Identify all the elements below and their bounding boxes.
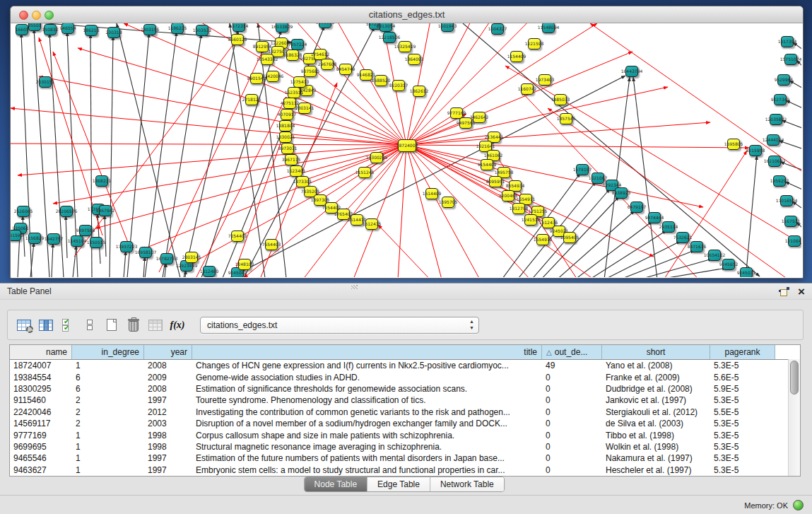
network-window-titlebar[interactable]: citations_edges.txt	[11, 6, 803, 23]
network-node[interactable]: 7857224	[291, 39, 304, 50]
table-row[interactable]: 2242004622012Investigating the contribut…	[10, 407, 800, 418]
network-node[interactable]: 8938923	[615, 187, 628, 199]
network-node[interactable]: 9146821	[360, 69, 372, 81]
network-node[interactable]: 7254403	[231, 230, 244, 242]
column-header-pagerank[interactable]: pagerank	[710, 345, 775, 359]
table-row[interactable]: 1456911722003Disruption of a novel membe…	[10, 418, 800, 429]
network-node[interactable]: 1160742	[521, 83, 534, 95]
network-node[interactable]: 8471676	[690, 241, 703, 252]
table-row[interactable]: 1830029562008Estimation of significance …	[10, 383, 800, 395]
network-node[interactable]: 1868231	[95, 175, 108, 187]
network-node[interactable]: 4070917	[281, 109, 293, 120]
network-node[interactable]: 8215958	[749, 145, 762, 156]
network-node[interactable]: 7632621	[676, 232, 689, 243]
network-node[interactable]: 9529966	[777, 74, 790, 86]
tab-edge-table[interactable]: Edge Table	[367, 477, 430, 491]
table-row[interactable]: 946362711997Embryonic stem cells: a mode…	[10, 465, 800, 476]
network-node[interactable]: 1350515	[90, 237, 102, 248]
network-node[interactable]: 1654972	[536, 234, 549, 245]
network-node[interactable]: 150832	[44, 24, 57, 35]
network-node[interactable]: 9245031	[740, 267, 753, 277]
network-node[interactable]: 1812798	[512, 203, 525, 214]
network-node[interactable]: 8095951	[489, 176, 502, 187]
network-node[interactable]: 1601943	[441, 23, 454, 32]
network-node[interactable]: 16543382	[261, 54, 273, 65]
network-node[interactable]: 1588520	[375, 75, 387, 86]
network-node[interactable]: 9245652	[722, 259, 735, 270]
close-panel-icon[interactable]: ×	[798, 287, 805, 296]
network-node[interactable]: 9591306	[319, 23, 331, 28]
network-node[interactable]: 6479197	[630, 201, 643, 213]
network-node[interactable]: 9397588	[79, 225, 92, 236]
select-rows-button[interactable]	[59, 316, 77, 334]
network-node[interactable]: 1830021	[279, 132, 292, 143]
network-node[interactable]: 1973403	[539, 74, 551, 86]
network-node[interactable]: 9474444	[648, 212, 661, 223]
network-node[interactable]: 1857546	[560, 113, 572, 124]
network-node[interactable]: 1765403	[337, 209, 350, 220]
network-node[interactable]: 16443794	[625, 66, 638, 77]
network-node[interactable]: 230318	[107, 27, 120, 38]
network-node[interactable]: 9154409	[481, 159, 493, 170]
scrollbar-thumb[interactable]	[790, 361, 799, 395]
network-node[interactable]: 1623511	[288, 87, 300, 98]
network-node[interactable]: 2526065	[17, 206, 30, 217]
network-canvas[interactable]: 1660585501150832946554186215230318230315…	[11, 23, 801, 277]
network-node[interactable]: 7462642	[473, 112, 486, 123]
network-node[interactable]: 1812480	[203, 266, 216, 277]
network-node[interactable]: 186215	[85, 25, 98, 36]
network-node[interactable]: 1512435	[365, 218, 378, 230]
network-node[interactable]: 16605	[16, 24, 28, 35]
network-node[interactable]: 1151245	[358, 167, 371, 178]
network-node[interactable]: 1186235	[171, 23, 184, 34]
network-node[interactable]: 1156829	[28, 233, 41, 244]
network-node[interactable]: 16958107	[139, 247, 152, 258]
network-node[interactable]: 1679197	[576, 164, 589, 175]
network-node[interactable]: 8186328	[286, 49, 299, 61]
column-header-name[interactable]: name	[10, 345, 72, 359]
network-node[interactable]: 8220317	[392, 80, 405, 91]
network-node[interactable]: 17957223	[120, 241, 133, 252]
table-row[interactable]: 946554611997Estimation of the future num…	[10, 452, 800, 464]
network-node[interactable]: 391590	[11, 230, 21, 241]
network-node[interactable]: 16782753	[160, 253, 173, 264]
table-row[interactable]: 977716911998Corpus callosum shape and si…	[10, 429, 800, 440]
network-node[interactable]: 9497568	[459, 117, 472, 129]
network-node[interactable]: 16210643	[768, 156, 781, 167]
network-node[interactable]: 12444194	[767, 134, 779, 146]
network-node[interactable]: 4275112	[283, 98, 296, 109]
column-header-short[interactable]: short	[602, 345, 710, 359]
column-header-out_de[interactable]: △out_de...	[542, 345, 602, 359]
create-table-button[interactable]	[102, 316, 121, 334]
table-row[interactable]: 911546021997Tourette syndrome. Phenomeno…	[10, 395, 800, 406]
delete-table-button[interactable]	[124, 316, 143, 334]
tab-network-table[interactable]: Network Table	[430, 477, 504, 491]
network-node[interactable]: 18300295	[370, 152, 383, 163]
network-node[interactable]: 1862612	[413, 86, 425, 97]
import-table-button[interactable]	[146, 316, 165, 334]
network-node[interactable]: 2718126	[245, 94, 258, 105]
vertical-scrollbar[interactable]	[788, 359, 800, 476]
network-node[interactable]: 20206576	[60, 206, 73, 217]
network-node[interactable]: 8973031	[281, 143, 294, 154]
network-node[interactable]: 1003532	[196, 25, 208, 36]
network-node[interactable]: 8454749	[339, 64, 352, 75]
network-node[interactable]: 2967608	[321, 59, 334, 70]
show-columns-button[interactable]	[37, 316, 55, 334]
network-node[interactable]: 12035872	[770, 114, 782, 125]
network-node[interactable]: 1614470	[351, 214, 363, 226]
column-header-in_degree[interactable]: in_degree	[72, 345, 144, 359]
network-node[interactable]: 1595705	[442, 197, 454, 208]
table-row[interactable]: 1872400712008Changes of HCN gene express…	[10, 360, 800, 371]
network-node[interactable]: 1210643	[788, 235, 801, 247]
network-node[interactable]: 9375685	[304, 66, 317, 77]
network-node[interactable]: 1864093	[408, 54, 420, 65]
network-node[interactable]: 7254402	[325, 202, 338, 214]
float-panel-icon[interactable]	[780, 287, 789, 296]
network-node[interactable]: 1095405	[563, 232, 576, 243]
network-node[interactable]: 11548094	[542, 23, 555, 33]
network-node[interactable]: 1942757	[47, 233, 60, 245]
network-node[interactable]: 7654403	[265, 239, 278, 250]
network-node[interactable]: 1572314	[233, 23, 245, 32]
network-node[interactable]: 2935114	[662, 221, 675, 233]
